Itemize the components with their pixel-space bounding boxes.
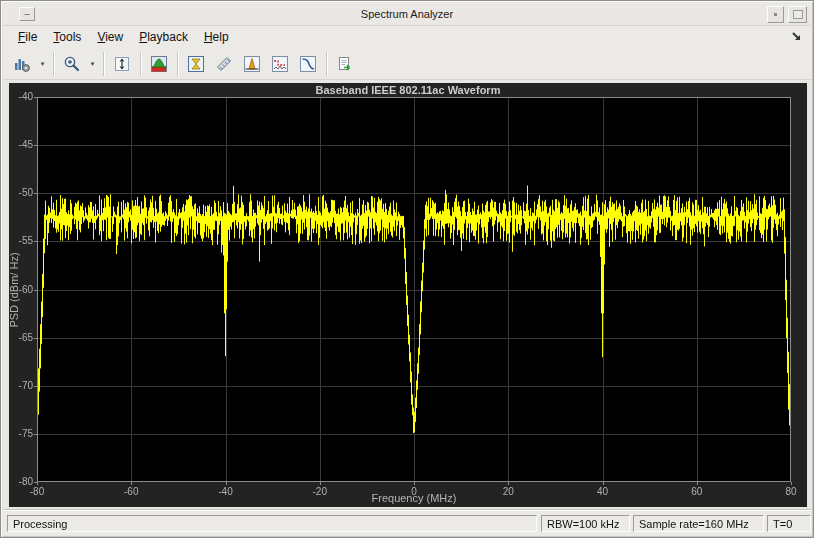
menu-help[interactable]: Help: [196, 28, 237, 46]
zoom-in-button[interactable]: [58, 50, 86, 78]
status-processing: Processing: [7, 515, 537, 532]
titlebar-buttons: [767, 6, 807, 23]
spectral-mask-button[interactable]: [266, 50, 294, 78]
ruler-icon: [215, 55, 233, 73]
toolbar-separator: [140, 52, 141, 76]
window-title: Spectrum Analyzer: [3, 8, 811, 20]
status-rbw: RBW=100 kHz: [541, 515, 630, 532]
zoom-dropdown[interactable]: ▾: [86, 50, 99, 78]
window-menu-button[interactable]: –: [19, 7, 35, 21]
spectrum-config-button[interactable]: [8, 50, 36, 78]
status-time: T=0: [767, 515, 811, 532]
spectrum-settings-icon: [150, 55, 168, 73]
menu-tools[interactable]: Tools: [45, 28, 89, 46]
menu-view[interactable]: View: [89, 28, 131, 46]
spectrum-settings-button[interactable]: [145, 50, 173, 78]
cursor-measurements-icon: [187, 55, 205, 73]
spectrum-display: Baseband IEEE 802.11ac Waveform -80-60-4…: [9, 83, 807, 507]
export-data-button[interactable]: [331, 50, 359, 78]
menu-playback[interactable]: Playback: [131, 28, 196, 46]
peak-finder-button[interactable]: [238, 50, 266, 78]
fit-to-view-button[interactable]: [108, 50, 136, 78]
plot-title: Baseband IEEE 802.11ac Waveform: [9, 84, 807, 96]
status-sample-rate: Sample rate=160 MHz: [633, 515, 764, 532]
dock-arrow-icon[interactable]: [790, 30, 803, 43]
menu-file[interactable]: File: [10, 28, 45, 46]
spectrum-config-icon: [13, 55, 31, 73]
toolbar-separator: [53, 52, 54, 76]
window-menu-dash-icon: –: [24, 10, 29, 19]
ccdf-measurements-button[interactable]: [294, 50, 322, 78]
menu-bar: File Tools View Playback Help: [3, 26, 811, 48]
y-axis-label: PSD (dBm/ Hz): [7, 97, 21, 482]
toolbar-separator: [326, 52, 327, 76]
ccdf-curve-icon: [299, 55, 317, 73]
zoom-in-icon: [63, 55, 81, 73]
toolbar-separator: [103, 52, 104, 76]
spectrum-config-dropdown[interactable]: ▾: [36, 50, 49, 78]
maximize-icon: [793, 10, 803, 19]
peak-finder-icon: [243, 55, 261, 73]
spectral-mask-icon: [271, 55, 289, 73]
status-bar: Processing RBW=100 kHz Sample rate=160 M…: [3, 509, 811, 535]
minimize-button[interactable]: [767, 6, 784, 23]
toolbar-separator: [177, 52, 178, 76]
maximize-button[interactable]: [788, 6, 807, 23]
minimize-icon: [774, 13, 777, 16]
cursor-measurements-button[interactable]: [182, 50, 210, 78]
window-titlebar: – Spectrum Analyzer: [3, 3, 811, 26]
spectrum-plot-canvas[interactable]: [9, 83, 807, 507]
spectrum-analyzer-window: – Spectrum Analyzer File Tools View Play…: [0, 0, 814, 538]
toolbar: ▾ ▾: [3, 48, 811, 80]
x-axis-label: Frequency (MHz): [37, 492, 791, 504]
fit-to-view-icon: [113, 55, 131, 73]
distortion-measurements-button[interactable]: [210, 50, 238, 78]
export-data-icon: [336, 55, 354, 73]
